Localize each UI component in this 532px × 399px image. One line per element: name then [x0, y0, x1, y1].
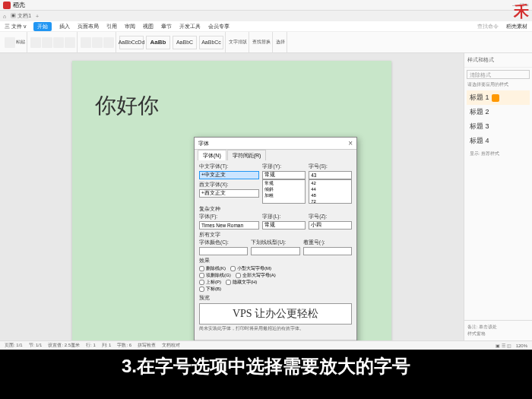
status-line[interactable]: 行: 1	[86, 342, 96, 349]
complex-style-input[interactable]	[262, 221, 306, 230]
chk-dblstrike[interactable]: 双删除线(G)	[199, 272, 231, 279]
dialog-note: 尚未安装此字体，打印时将采用最相近的有效字体。	[199, 326, 352, 331]
effects-section: 效果	[199, 258, 352, 264]
ribbon-toolbar: 粘贴 AaBbCcDd AaBb AaBbC AaBbCc 文字排版 查找替换 …	[0, 32, 532, 53]
new-tab-icon[interactable]: +	[36, 14, 39, 19]
statusbar: 页面: 1/1 节: 1/1 设置值: 2.5厘米 行: 1 列: 1 字数: …	[0, 340, 532, 350]
status-proof[interactable]: 文档校对	[162, 342, 180, 349]
size-list[interactable]: 42444872	[309, 179, 352, 204]
chk-super[interactable]: 上标(P)	[199, 279, 221, 286]
style-show[interactable]: 显示: 推荐样式	[467, 148, 530, 160]
complex-font-input[interactable]	[199, 221, 259, 230]
status-pos[interactable]: 设置值: 2.5厘米	[48, 342, 80, 349]
menu-section[interactable]: 章节	[161, 23, 172, 30]
font-color-input[interactable]	[199, 247, 248, 255]
text-layout[interactable]: 文字排版	[229, 39, 247, 46]
titlebar: 稻壳 — □ ×	[0, 0, 532, 11]
style-input[interactable]	[262, 171, 306, 179]
style-gallery[interactable]: AaBbCcDd AaBb AaBbC AaBbCc	[118, 32, 226, 52]
menu-vip[interactable]: 会员专享	[208, 23, 230, 30]
bold-icon[interactable]	[42, 37, 52, 48]
underline-input[interactable]	[251, 247, 299, 255]
vip-icon	[492, 94, 499, 102]
size-input[interactable]	[309, 171, 352, 179]
panel-note: 备注: 单击该处	[467, 324, 529, 331]
chk-sub[interactable]: 下标(B)	[199, 286, 221, 293]
menu-review[interactable]: 审阅	[125, 23, 135, 30]
watermark: 禾	[514, 2, 529, 22]
complex-size-input[interactable]	[309, 221, 352, 230]
menu-extra[interactable]: 稻壳素材	[506, 23, 527, 30]
home-tab-icon[interactable]: ⌂	[3, 14, 6, 19]
allfont-section: 所有文字	[199, 232, 352, 239]
menu-insert[interactable]: 插入	[59, 23, 70, 30]
paste-label[interactable]: 粘贴	[16, 39, 25, 46]
size-label: 字号(S):	[309, 163, 352, 170]
menu-ref[interactable]: 引用	[106, 23, 117, 30]
doc-tab[interactable]: ▣ 文档1	[11, 12, 31, 20]
chk-smallcaps[interactable]: 小型大写字母(M)	[230, 265, 271, 272]
en-font-input[interactable]	[199, 189, 259, 198]
style-item-h3[interactable]: 标题 3	[467, 119, 530, 134]
find-replace[interactable]: 查找替换	[252, 39, 271, 46]
close-icon[interactable]: ×	[348, 139, 353, 147]
panel-title: 样式和格式	[464, 53, 532, 68]
panel-hint: 请选择要应用的样式	[464, 81, 532, 88]
tab-spacing[interactable]: 字符间距(R)	[227, 150, 267, 160]
cn-font-label: 中文字体(T):	[199, 163, 259, 170]
menu-layout[interactable]: 页面布局	[78, 23, 99, 30]
chk-allcaps[interactable]: 全部大写字母(A)	[236, 272, 276, 279]
paste-icon[interactable]	[5, 37, 15, 48]
video-caption: 3.在字号选项中选择需要放大的字号	[0, 350, 532, 399]
app-title: 稻壳	[13, 1, 25, 9]
style-item-h1[interactable]: 标题 1	[467, 90, 530, 105]
style-item-h4[interactable]: 标题 4	[467, 134, 530, 148]
style-panel: 样式和格式 清除格式 请选择要应用的样式 标题 1 标题 2 标题 3 标题 4…	[464, 53, 532, 340]
menu-dev[interactable]: 开发工具	[179, 23, 201, 30]
select-tool[interactable]: 选择	[276, 39, 285, 46]
dialog-title: 字体	[198, 140, 209, 147]
indent-icon[interactable]	[103, 37, 114, 48]
search-commands[interactable]: 查找命令	[477, 23, 499, 30]
status-words[interactable]: 字数: 6	[117, 342, 131, 349]
zoom-value[interactable]: 120%	[516, 344, 527, 348]
app-logo-icon	[3, 2, 11, 9]
preview-box: VPS 让办公更轻松	[199, 303, 352, 325]
italic-icon[interactable]	[53, 37, 64, 48]
doc-tabbar: ⌂ ▣ 文档1 +	[0, 11, 532, 21]
caption-text: 3.在字号选项中选择需要放大的字号	[122, 354, 410, 378]
view-mode-icon[interactable]: ▣ ☰ ◫	[496, 343, 511, 348]
style-list[interactable]: 常规倾斜加粗	[262, 179, 306, 204]
panel-clear[interactable]: 清除格式	[467, 70, 530, 79]
list-icon[interactable]	[92, 37, 103, 48]
status-col[interactable]: 列: 1	[102, 342, 112, 349]
panel-pane[interactable]: 样式窗格	[467, 331, 529, 337]
style-label: 字形(Y):	[262, 163, 306, 170]
menubar: 三 文件 v 开始 插入 页面布局 引用 审阅 视图 章节 开发工具 会员专享 …	[0, 21, 532, 32]
complex-section: 复杂文种	[199, 206, 352, 213]
underline-icon[interactable]	[65, 37, 75, 48]
menu-view[interactable]: 视图	[143, 23, 154, 30]
font-dialog: 字体 × 字体(N) 字符间距(R) 中文字体(T): 西文字体(X): 字形(…	[194, 137, 357, 340]
status-page[interactable]: 页面: 1/1	[5, 342, 23, 349]
menu-file[interactable]: 三 文件 v	[5, 23, 26, 30]
tab-font[interactable]: 字体(N)	[198, 150, 226, 160]
cn-font-input[interactable]	[199, 171, 259, 179]
menu-home[interactable]: 开始	[33, 22, 52, 31]
align-icon[interactable]	[81, 37, 91, 48]
status-spell[interactable]: 拼写检查	[138, 342, 156, 349]
chk-hidden[interactable]: 隐藏文字(H)	[226, 279, 257, 286]
document-text[interactable]: 你好你	[95, 91, 369, 120]
status-section[interactable]: 节: 1/1	[29, 342, 43, 349]
en-font-label: 西文字体(X):	[199, 182, 259, 188]
font-tools-icon[interactable]	[30, 37, 41, 48]
emphasis-input[interactable]	[303, 247, 352, 255]
preview-section: 预览	[199, 295, 352, 302]
chk-strike[interactable]: 删除线(K)	[199, 265, 226, 272]
style-item-h2[interactable]: 标题 2	[467, 105, 530, 119]
